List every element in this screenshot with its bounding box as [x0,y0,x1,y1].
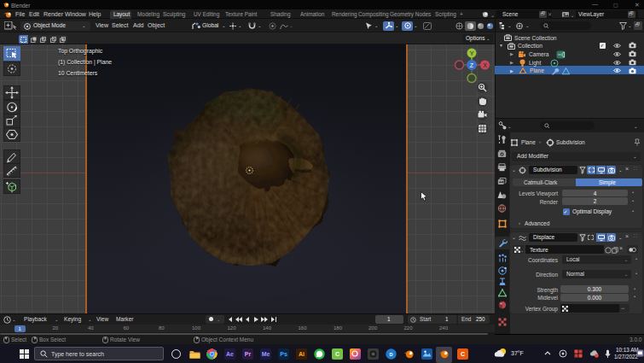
svg-text:Z: Z [470,62,474,68]
svg-text:X: X [483,62,487,68]
svg-text:Y: Y [470,50,474,56]
svg-text:D: D [390,352,393,357]
